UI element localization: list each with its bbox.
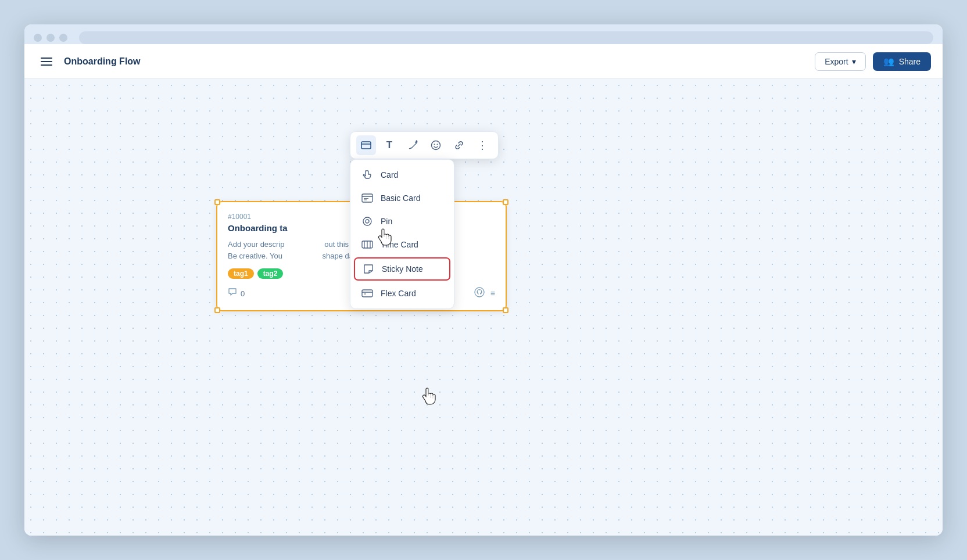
card-type-button[interactable]: [356, 135, 376, 155]
card-hand-icon: [361, 168, 374, 181]
github-icon: [474, 287, 485, 300]
export-arrow-icon: ▾: [852, 57, 856, 66]
comment-icon: [228, 288, 237, 299]
toolbar: Onboarding Flow Export ▾ 👥 Share: [24, 44, 943, 79]
cursor-hand-2: [420, 385, 438, 410]
handle-br: [503, 307, 508, 313]
export-label: Export: [825, 57, 848, 66]
browser-window: Onboarding Flow Export ▾ 👥 Share: [24, 24, 943, 536]
menu-item-sticky-note[interactable]: Sticky Note: [354, 257, 450, 281]
hamburger-icon: [41, 58, 52, 66]
browser-dots: [34, 31, 933, 44]
more-dots-icon: ⋮: [477, 139, 488, 152]
text-button[interactable]: T: [379, 135, 399, 155]
text-icon: T: [386, 139, 392, 151]
menu-item-sticky-note-label: Sticky Note: [382, 264, 423, 274]
menu-item-time-card[interactable]: Time Card: [350, 233, 454, 256]
menu-item-basic-card[interactable]: Basic Card: [350, 186, 454, 210]
menu-item-card-label: Card: [381, 170, 398, 180]
link-button[interactable]: [449, 135, 469, 155]
float-toolbar: T: [350, 131, 499, 159]
svg-point-2: [432, 141, 440, 150]
canvas-area[interactable]: T: [24, 79, 943, 536]
tag-1: tag1: [228, 268, 254, 279]
menu-item-pin-label: Pin: [381, 217, 392, 226]
sticky-note-icon: [362, 263, 375, 275]
share-label: Share: [899, 57, 921, 66]
share-users-icon: 👥: [883, 56, 894, 67]
svg-point-10: [366, 220, 369, 223]
dot-green: [59, 34, 67, 42]
tag-2: tag2: [257, 268, 284, 279]
svg-rect-0: [361, 142, 371, 149]
address-bar[interactable]: [79, 31, 933, 44]
svg-rect-15: [362, 290, 373, 297]
menu-item-card[interactable]: Card: [350, 163, 454, 186]
app-content: Onboarding Flow Export ▾ 👥 Share: [24, 44, 943, 536]
emoji-button[interactable]: [426, 135, 446, 155]
page-title: Onboarding Flow: [64, 56, 808, 67]
menu-item-time-card-label: Time Card: [381, 240, 418, 249]
svg-point-18: [475, 288, 484, 297]
card-type-dropdown: Card Basic Card: [350, 159, 454, 309]
more-options-button[interactable]: ⋮: [472, 135, 492, 155]
svg-point-3: [434, 144, 435, 145]
basic-card-icon: [361, 192, 374, 204]
menu-item-flex-card-label: Flex Card: [381, 289, 416, 298]
pin-icon: [361, 215, 374, 228]
svg-point-4: [437, 144, 438, 145]
handle-bl: [214, 307, 220, 313]
share-button[interactable]: 👥 Share: [873, 52, 931, 71]
export-button[interactable]: Export ▾: [815, 52, 865, 71]
comment-count: 0: [241, 289, 245, 298]
menu-item-flex-card[interactable]: Flex Card: [350, 282, 454, 305]
menu-button[interactable]: [36, 51, 57, 72]
flex-card-icon: [361, 287, 374, 300]
pen-button[interactable]: [403, 135, 422, 155]
list-icon: ≡: [490, 289, 495, 298]
handle-tr: [503, 199, 508, 205]
svg-point-9: [363, 217, 371, 225]
dot-red: [34, 34, 42, 42]
dot-yellow: [46, 34, 55, 42]
menu-item-basic-card-label: Basic Card: [381, 193, 420, 203]
handle-tl: [214, 199, 220, 205]
time-card-icon: [361, 238, 374, 251]
menu-item-pin[interactable]: Pin: [350, 210, 454, 233]
browser-chrome: [24, 24, 943, 44]
